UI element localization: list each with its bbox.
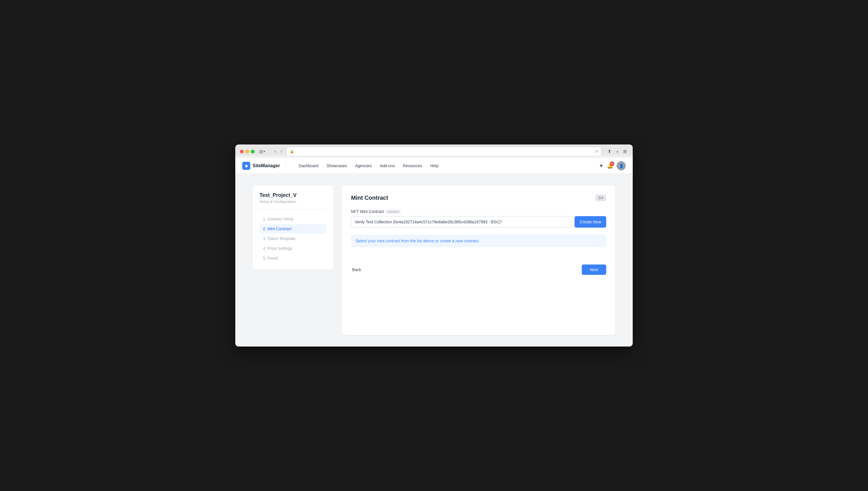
avatar-icon: 👤 bbox=[619, 164, 624, 168]
refresh-icon: ↺ bbox=[595, 149, 598, 153]
card-footer: Back Next bbox=[351, 259, 606, 275]
input-row: Venly Test Collection (0x4a192714a4c571c… bbox=[351, 216, 606, 228]
step-item-finish[interactable]: 5. Finish bbox=[259, 254, 326, 263]
step-item-mint-contract[interactable]: 2. Mint Contract bbox=[259, 224, 326, 233]
create-new-button[interactable]: Create New bbox=[575, 216, 606, 228]
lock-icon: 🔒 bbox=[290, 149, 294, 153]
info-text: Select your mint contract from the list … bbox=[356, 239, 479, 243]
sidebar-icon: ⊟ bbox=[259, 149, 263, 154]
sidebar-toggle-button[interactable]: ⊟ ▾ bbox=[257, 148, 267, 155]
card-header: Mint Contract 2/4 bbox=[351, 195, 606, 201]
nav-link-resources[interactable]: Resources bbox=[399, 162, 426, 170]
brand: ◈ SiteManager bbox=[242, 162, 286, 170]
sidebar-divider bbox=[259, 209, 326, 210]
required-badge: required bbox=[386, 209, 400, 214]
traffic-lights bbox=[240, 150, 255, 153]
step-badge: 2/4 bbox=[595, 195, 606, 201]
back-button[interactable]: Back bbox=[351, 265, 362, 274]
navbar-actions: ✦ 🔔 9+ 👤 bbox=[599, 161, 626, 170]
info-box: Select your mint contract from the list … bbox=[351, 235, 606, 247]
nav-link-addons[interactable]: Add-ons bbox=[376, 162, 398, 170]
notification-button[interactable]: 🔔 9+ bbox=[607, 163, 613, 169]
nav-links: Dashboard Showcases Agencies Add-ons Res… bbox=[295, 162, 599, 170]
project-subtitle: Setup & Configuration bbox=[259, 199, 326, 204]
nav-link-agencies[interactable]: Agencies bbox=[352, 162, 375, 170]
traffic-light-red[interactable] bbox=[240, 150, 244, 153]
browser-actions: ⬆ + ⊞ bbox=[607, 148, 628, 154]
main-content: Test_Project_V Setup & Configuration 1. … bbox=[235, 174, 633, 347]
notification-badge: 9+ bbox=[610, 162, 614, 166]
form-label-text: NFT Mint Contract bbox=[351, 209, 384, 214]
address-bar[interactable]: 🔒 ↺ bbox=[287, 147, 601, 155]
sparkle-button[interactable]: ✦ bbox=[599, 163, 603, 169]
brand-logo: ◈ bbox=[242, 162, 250, 170]
step-item-connect-venly[interactable]: 1. Connect Venly bbox=[259, 214, 326, 224]
brand-icon: ◈ bbox=[245, 164, 248, 168]
step-item-price-settings[interactable]: 4. Price Settings bbox=[259, 244, 326, 253]
card-title: Mint Contract bbox=[351, 195, 388, 201]
forward-nav-button[interactable]: › bbox=[279, 148, 284, 154]
browser-window: ⊟ ▾ ‹ › 🔒 ↺ ⬆ + ⊞ ◈ SiteManager bbox=[235, 144, 633, 347]
new-tab-button[interactable]: + bbox=[615, 148, 620, 154]
chevron-down-icon: ▾ bbox=[263, 150, 265, 153]
form-section: NFT Mint Contract required Venly Test Co… bbox=[351, 209, 606, 228]
traffic-light-yellow[interactable] bbox=[245, 150, 249, 153]
main-card: Mint Contract 2/4 NFT Mint Contract requ… bbox=[342, 185, 615, 335]
share-button[interactable]: ⬆ bbox=[607, 148, 613, 154]
sparkle-icon: ✦ bbox=[599, 163, 603, 169]
avatar[interactable]: 👤 bbox=[617, 161, 626, 170]
back-nav-button[interactable]: ‹ bbox=[273, 148, 278, 154]
next-button[interactable]: Next bbox=[582, 264, 606, 275]
mint-contract-select[interactable]: Venly Test Collection (0x4a192714a4c571c… bbox=[351, 216, 572, 228]
browser-nav: ‹ › bbox=[273, 148, 284, 154]
nav-link-showcases[interactable]: Showcases bbox=[323, 162, 351, 170]
app-navbar: ◈ SiteManager Dashboard Showcases Agenci… bbox=[235, 158, 633, 174]
brand-name: SiteManager bbox=[253, 163, 280, 168]
step-list: 1. Connect Venly 2. Mint Contract 3. Tok… bbox=[259, 214, 326, 263]
grid-button[interactable]: ⊞ bbox=[622, 148, 628, 154]
form-label: NFT Mint Contract required bbox=[351, 209, 606, 214]
sidebar-panel: Test_Project_V Setup & Configuration 1. … bbox=[253, 185, 333, 270]
traffic-light-green[interactable] bbox=[251, 150, 255, 153]
step-item-token-template[interactable]: 3. Token Template bbox=[259, 234, 326, 243]
nav-link-help[interactable]: Help bbox=[427, 162, 442, 170]
nav-link-dashboard[interactable]: Dashboard bbox=[295, 162, 322, 170]
project-name: Test_Project_V bbox=[259, 192, 326, 198]
browser-chrome: ⊟ ▾ ‹ › 🔒 ↺ ⬆ + ⊞ bbox=[235, 144, 633, 155]
browser-controls: ⊟ ▾ ‹ › 🔒 ↺ ⬆ + ⊞ bbox=[240, 147, 628, 155]
